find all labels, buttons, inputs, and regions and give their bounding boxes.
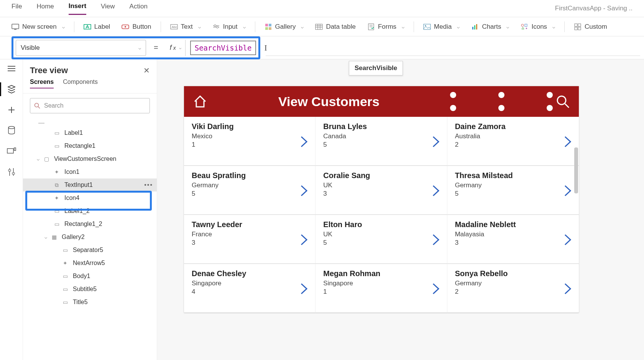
tree-node-icon1[interactable]: ✦Icon1 [23, 165, 157, 178]
textinput-icon: ⧉ [53, 182, 61, 188]
chevron-right-icon[interactable] [432, 135, 440, 148]
tree-node-icon4[interactable]: ✦Icon4 [23, 191, 157, 205]
scrollbar[interactable] [574, 147, 578, 193]
add-icon[interactable] [6, 105, 17, 115]
menu-file[interactable]: File [12, 3, 22, 14]
tree-node-subtitle5[interactable]: ▭Subtitle5 [23, 283, 157, 296]
label-icon: ▭ [61, 273, 69, 279]
chevron-right-icon[interactable] [300, 282, 308, 295]
text-button[interactable]: Abc Text [166, 21, 205, 33]
customer-card[interactable]: Denae ChesleySingapore4 [184, 264, 315, 313]
canvas-area: SearchVisible View Customers Viki Darlin… [157, 59, 644, 360]
intellisense-popup[interactable]: SearchVisible [349, 61, 403, 75]
icons-button[interactable]: ✦ Icons [516, 21, 560, 33]
customer-country: Singapore [323, 280, 439, 287]
chevron-right-icon[interactable] [300, 184, 308, 197]
tab-screens[interactable]: Screens [30, 79, 54, 88]
svg-text:✦: ✦ [525, 27, 528, 30]
tree-node-viewcustomers[interactable]: ⌵▢ViewCustomersScreen [23, 152, 157, 165]
media-panel-icon[interactable] [6, 146, 17, 157]
svg-rect-0 [12, 24, 19, 29]
chevron-right-icon[interactable] [300, 233, 308, 246]
table-icon [315, 23, 323, 31]
chevron-right-icon[interactable] [432, 184, 440, 197]
customer-card[interactable]: Coralie SangUK3 [315, 166, 447, 215]
button-icon [122, 23, 129, 31]
svg-rect-33 [575, 27, 577, 30]
tree-node-body1[interactable]: ▭Body1 [23, 270, 157, 283]
customer-number: 3 [192, 239, 307, 247]
advanced-icon[interactable] [6, 167, 17, 177]
tree-search-input[interactable]: Search [30, 98, 150, 113]
menu-home[interactable]: Home [36, 3, 54, 14]
tree-node-gallery2[interactable]: ⌵▦Gallery2 [23, 231, 157, 244]
search-icon[interactable] [555, 94, 570, 109]
customer-card[interactable]: Sonya RebelloGermany2 [447, 264, 579, 313]
gallery-button[interactable]: Gallery [260, 21, 309, 33]
button-button[interactable]: Button [117, 21, 156, 33]
tree-node-nextarrow5[interactable]: ✦NextArrow5 [23, 257, 157, 270]
formula-input[interactable]: SearchVisible [190, 41, 256, 55]
customer-card[interactable]: Tawny LeederFrance3 [184, 215, 315, 264]
tree-node-separator5[interactable]: ▭Separator5 [23, 244, 157, 257]
menu-insert[interactable]: Insert [69, 2, 86, 15]
customer-number: 3 [323, 190, 439, 198]
customer-number: 2 [455, 141, 571, 149]
screen-icon: ▢ [43, 156, 50, 162]
label-icon: ▭ [61, 286, 69, 292]
charts-button[interactable]: Charts [467, 21, 514, 33]
tree-view-tab-icon[interactable] [6, 84, 17, 95]
hamburger-icon[interactable] [6, 63, 17, 74]
property-selector[interactable]: Visible ⌵ [16, 40, 146, 56]
svg-point-28 [521, 24, 524, 26]
chevron-right-icon[interactable] [564, 233, 572, 246]
fx-button[interactable]: fx ⌵ [166, 40, 186, 56]
tab-components[interactable]: Components [63, 79, 98, 88]
customer-card[interactable]: Megan RohmanSingapore1 [315, 264, 447, 313]
data-icon[interactable] [6, 125, 17, 136]
more-icon[interactable]: ••• [144, 182, 153, 188]
media-button[interactable]: Media [419, 21, 464, 33]
label-button[interactable]: Label [79, 21, 115, 33]
forms-button[interactable]: Forms [363, 21, 409, 33]
customer-card[interactable]: Thresa MilsteadGermany5 [447, 166, 579, 215]
tree-node-rectangle1[interactable]: ▭Rectangle1 [23, 139, 157, 152]
chevron-right-icon[interactable] [564, 184, 572, 197]
customer-card[interactable]: Elton HaroUK5 [315, 215, 447, 264]
rectangle-icon: ▭ [53, 221, 61, 227]
customer-country: Australia [455, 133, 571, 140]
selection-handles[interactable] [450, 92, 553, 111]
svg-line-50 [565, 104, 569, 108]
new-screen-button[interactable]: New screen [7, 21, 69, 33]
tree-node-title5[interactable]: ▭Title5 [23, 296, 157, 309]
chevron-right-icon[interactable] [564, 282, 572, 295]
close-icon[interactable]: ✕ [143, 66, 150, 75]
chevron-right-icon[interactable] [432, 233, 440, 246]
customer-card[interactable]: Daine ZamoraAustralia2 [447, 117, 579, 166]
screen-icon [12, 23, 19, 31]
tree-node-label1[interactable]: ▭Label1 [23, 126, 157, 139]
chevron-right-icon[interactable] [564, 135, 572, 148]
datatable-button[interactable]: Data table [310, 21, 360, 33]
chevron-right-icon[interactable] [432, 282, 440, 295]
tree-node-rectangle1-2[interactable]: ▭Rectangle1_2 [23, 218, 157, 231]
svg-rect-13 [265, 27, 268, 30]
customer-card[interactable]: Viki DarlingMexico1 [184, 117, 315, 166]
tree-node-textinput1[interactable]: ⧉TextInput1••• [23, 178, 157, 191]
svg-rect-29 [525, 24, 527, 26]
customer-country: France [192, 231, 307, 238]
menu-view[interactable]: View [101, 3, 115, 14]
customer-card[interactable]: Bruna LylesCanada5 [315, 117, 447, 166]
input-button[interactable]: Input [208, 21, 250, 33]
custom-button[interactable]: Custom [569, 21, 612, 33]
customer-gallery[interactable]: Viki DarlingMexico1Bruna LylesCanada5Dai… [184, 117, 579, 313]
customer-card[interactable]: Beau SpratlingGermany5 [184, 166, 315, 215]
tree-node-label1-2[interactable]: ▭Label1_2 [23, 205, 157, 218]
customer-card[interactable]: Madaline NeblettMalayasia3 [447, 215, 579, 264]
chevron-right-icon[interactable] [300, 135, 308, 148]
home-icon[interactable] [192, 94, 208, 109]
arrow-icon: ✦ [61, 260, 69, 266]
menu-action[interactable]: Action [130, 3, 148, 14]
customer-number: 5 [192, 190, 307, 198]
svg-rect-15 [315, 24, 322, 29]
